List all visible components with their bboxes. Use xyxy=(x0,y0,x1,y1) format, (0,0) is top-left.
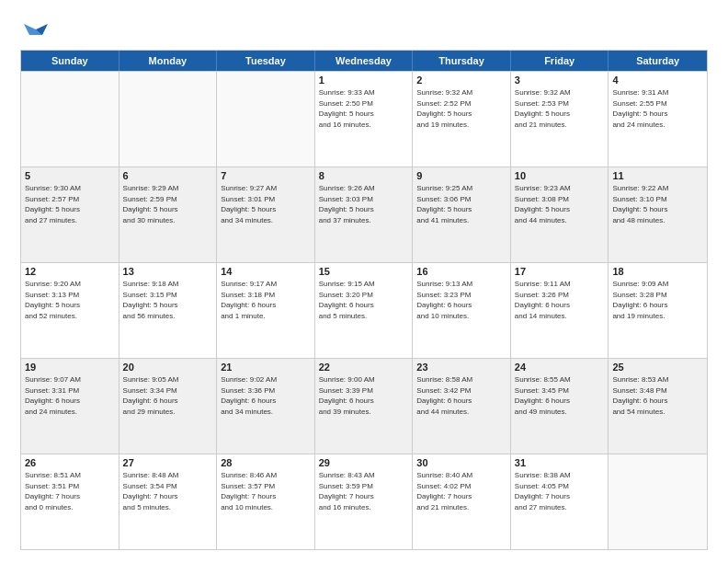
day-number: 3 xyxy=(515,75,605,86)
cell-info: Sunrise: 9:09 AM Sunset: 3:28 PM Dayligh… xyxy=(612,279,703,321)
cal-cell xyxy=(119,72,218,167)
cell-info: Sunrise: 9:18 AM Sunset: 3:15 PM Dayligh… xyxy=(123,279,213,321)
cal-cell: 23Sunrise: 8:58 AM Sunset: 3:42 PM Dayli… xyxy=(413,359,511,454)
cal-cell: 28Sunrise: 8:46 AM Sunset: 3:57 PM Dayli… xyxy=(217,454,315,549)
cal-cell: 4Sunrise: 9:31 AM Sunset: 2:55 PM Daylig… xyxy=(609,72,707,167)
week-row-2: 5Sunrise: 9:30 AM Sunset: 2:57 PM Daylig… xyxy=(21,167,707,262)
calendar-header: SundayMondayTuesdayWednesdayThursdayFrid… xyxy=(21,51,707,71)
cal-cell: 3Sunrise: 9:32 AM Sunset: 2:53 PM Daylig… xyxy=(511,72,609,167)
cell-info: Sunrise: 9:25 AM Sunset: 3:06 PM Dayligh… xyxy=(416,183,506,225)
cell-info: Sunrise: 8:46 AM Sunset: 3:57 PM Dayligh… xyxy=(221,470,311,512)
cell-info: Sunrise: 9:20 AM Sunset: 3:13 PM Dayligh… xyxy=(25,279,115,321)
cal-cell: 1Sunrise: 9:33 AM Sunset: 2:50 PM Daylig… xyxy=(315,72,414,167)
day-header-tuesday: Tuesday xyxy=(217,51,315,71)
cal-cell: 9Sunrise: 9:25 AM Sunset: 3:06 PM Daylig… xyxy=(413,167,511,262)
day-number: 22 xyxy=(319,362,409,373)
calendar-body: 1Sunrise: 9:33 AM Sunset: 2:50 PM Daylig… xyxy=(21,71,707,549)
cal-cell: 26Sunrise: 8:51 AM Sunset: 3:51 PM Dayli… xyxy=(21,454,119,549)
cal-cell: 30Sunrise: 8:40 AM Sunset: 4:02 PM Dayli… xyxy=(413,454,511,549)
cal-cell: 6Sunrise: 9:29 AM Sunset: 2:59 PM Daylig… xyxy=(119,167,218,262)
day-header-sunday: Sunday xyxy=(21,51,119,71)
day-number: 9 xyxy=(416,170,506,181)
cell-info: Sunrise: 9:31 AM Sunset: 2:55 PM Dayligh… xyxy=(612,87,703,130)
cal-cell xyxy=(609,454,707,549)
day-number: 14 xyxy=(221,266,311,277)
cell-info: Sunrise: 8:55 AM Sunset: 3:45 PM Dayligh… xyxy=(515,374,605,417)
cell-info: Sunrise: 9:00 AM Sunset: 3:39 PM Dayligh… xyxy=(319,374,409,417)
cell-info: Sunrise: 9:15 AM Sunset: 3:20 PM Dayligh… xyxy=(319,279,409,321)
cal-cell: 13Sunrise: 9:18 AM Sunset: 3:15 PM Dayli… xyxy=(119,263,218,358)
cal-cell: 22Sunrise: 9:00 AM Sunset: 3:39 PM Dayli… xyxy=(315,359,414,454)
day-number: 8 xyxy=(319,170,409,181)
day-number: 4 xyxy=(612,75,703,86)
cal-cell: 2Sunrise: 9:32 AM Sunset: 2:52 PM Daylig… xyxy=(413,72,511,167)
page: SundayMondayTuesdayWednesdayThursdayFrid… xyxy=(0,0,728,563)
cell-info: Sunrise: 9:33 AM Sunset: 2:50 PM Dayligh… xyxy=(319,87,409,130)
day-number: 10 xyxy=(515,170,605,181)
cal-cell: 29Sunrise: 8:43 AM Sunset: 3:59 PM Dayli… xyxy=(315,454,414,549)
day-number: 25 xyxy=(612,362,703,373)
cal-cell: 24Sunrise: 8:55 AM Sunset: 3:45 PM Dayli… xyxy=(511,359,609,454)
day-number: 16 xyxy=(416,266,506,277)
cal-cell: 10Sunrise: 9:23 AM Sunset: 3:08 PM Dayli… xyxy=(511,167,609,262)
day-number: 26 xyxy=(25,457,115,468)
cell-info: Sunrise: 9:07 AM Sunset: 3:31 PM Dayligh… xyxy=(25,374,115,417)
day-number: 6 xyxy=(123,170,213,181)
day-header-thursday: Thursday xyxy=(413,51,511,71)
cell-info: Sunrise: 9:32 AM Sunset: 2:53 PM Dayligh… xyxy=(515,87,605,130)
day-number: 1 xyxy=(319,75,409,86)
cell-info: Sunrise: 9:05 AM Sunset: 3:34 PM Dayligh… xyxy=(123,374,213,417)
cal-cell: 27Sunrise: 8:48 AM Sunset: 3:54 PM Dayli… xyxy=(119,454,218,549)
header xyxy=(20,17,708,40)
day-header-saturday: Saturday xyxy=(609,51,707,71)
day-number: 7 xyxy=(221,170,311,181)
cell-info: Sunrise: 9:30 AM Sunset: 2:57 PM Dayligh… xyxy=(25,183,115,225)
calendar: SundayMondayTuesdayWednesdayThursdayFrid… xyxy=(20,50,708,550)
cal-cell: 16Sunrise: 9:13 AM Sunset: 3:23 PM Dayli… xyxy=(413,263,511,358)
cell-info: Sunrise: 9:02 AM Sunset: 3:36 PM Dayligh… xyxy=(221,374,311,417)
day-number: 11 xyxy=(612,170,703,181)
cell-info: Sunrise: 9:22 AM Sunset: 3:10 PM Dayligh… xyxy=(612,183,703,225)
day-number: 2 xyxy=(416,75,506,86)
cal-cell: 17Sunrise: 9:11 AM Sunset: 3:26 PM Dayli… xyxy=(511,263,609,358)
cell-info: Sunrise: 9:32 AM Sunset: 2:52 PM Dayligh… xyxy=(416,87,506,130)
cal-cell xyxy=(21,72,119,167)
week-row-5: 26Sunrise: 8:51 AM Sunset: 3:51 PM Dayli… xyxy=(21,454,707,549)
logo-icon xyxy=(24,17,48,40)
cell-info: Sunrise: 9:27 AM Sunset: 3:01 PM Dayligh… xyxy=(221,183,311,225)
cal-cell xyxy=(217,72,315,167)
day-number: 20 xyxy=(123,362,213,373)
cell-info: Sunrise: 8:51 AM Sunset: 3:51 PM Dayligh… xyxy=(25,470,115,512)
cell-info: Sunrise: 9:11 AM Sunset: 3:26 PM Dayligh… xyxy=(515,279,605,321)
day-number: 30 xyxy=(416,457,506,468)
cal-cell: 5Sunrise: 9:30 AM Sunset: 2:57 PM Daylig… xyxy=(21,167,119,262)
cell-info: Sunrise: 8:38 AM Sunset: 4:05 PM Dayligh… xyxy=(515,470,605,512)
cal-cell: 31Sunrise: 8:38 AM Sunset: 4:05 PM Dayli… xyxy=(511,454,609,549)
day-header-wednesday: Wednesday xyxy=(315,51,414,71)
day-number: 12 xyxy=(25,266,115,277)
day-number: 19 xyxy=(25,362,115,373)
cal-cell: 7Sunrise: 9:27 AM Sunset: 3:01 PM Daylig… xyxy=(217,167,315,262)
week-row-4: 19Sunrise: 9:07 AM Sunset: 3:31 PM Dayli… xyxy=(21,358,707,454)
cell-info: Sunrise: 8:43 AM Sunset: 3:59 PM Dayligh… xyxy=(319,470,409,512)
cell-info: Sunrise: 9:17 AM Sunset: 3:18 PM Dayligh… xyxy=(221,279,311,321)
week-row-1: 1Sunrise: 9:33 AM Sunset: 2:50 PM Daylig… xyxy=(21,71,707,167)
day-number: 31 xyxy=(515,457,605,468)
day-number: 27 xyxy=(123,457,213,468)
day-number: 28 xyxy=(221,457,311,468)
week-row-3: 12Sunrise: 9:20 AM Sunset: 3:13 PM Dayli… xyxy=(21,262,707,358)
day-number: 5 xyxy=(25,170,115,181)
day-header-monday: Monday xyxy=(119,51,218,71)
day-number: 24 xyxy=(515,362,605,373)
cell-info: Sunrise: 8:58 AM Sunset: 3:42 PM Dayligh… xyxy=(416,374,506,417)
day-number: 18 xyxy=(612,266,703,277)
cal-cell: 19Sunrise: 9:07 AM Sunset: 3:31 PM Dayli… xyxy=(21,359,119,454)
cell-info: Sunrise: 9:26 AM Sunset: 3:03 PM Dayligh… xyxy=(319,183,409,225)
cell-info: Sunrise: 9:13 AM Sunset: 3:23 PM Dayligh… xyxy=(416,279,506,321)
cal-cell: 8Sunrise: 9:26 AM Sunset: 3:03 PM Daylig… xyxy=(315,167,414,262)
cal-cell: 12Sunrise: 9:20 AM Sunset: 3:13 PM Dayli… xyxy=(21,263,119,358)
day-number: 21 xyxy=(221,362,311,373)
day-header-friday: Friday xyxy=(511,51,609,71)
cell-info: Sunrise: 9:29 AM Sunset: 2:59 PM Dayligh… xyxy=(123,183,213,225)
cell-info: Sunrise: 8:40 AM Sunset: 4:02 PM Dayligh… xyxy=(416,470,506,512)
